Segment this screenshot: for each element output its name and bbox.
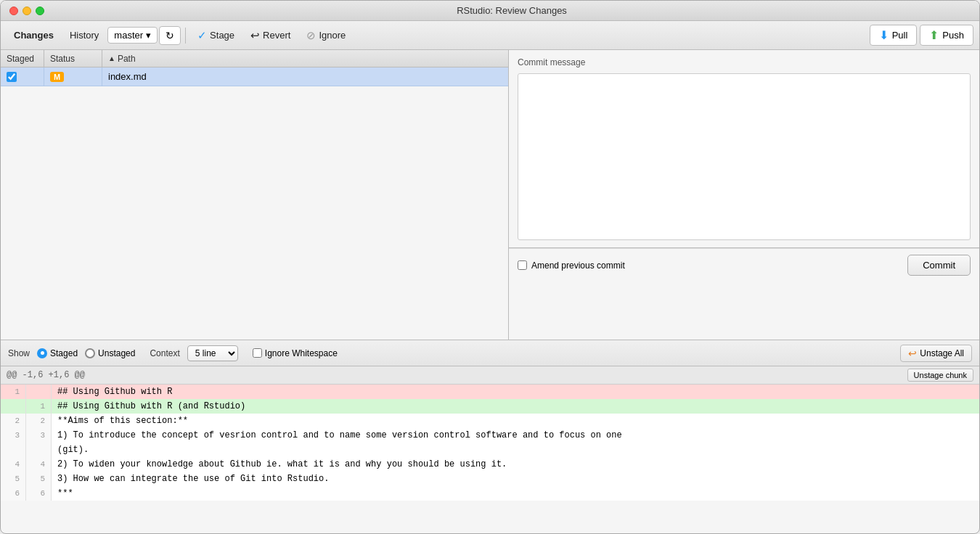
ignore-whitespace-label: Ignore Whitespace <box>265 348 338 358</box>
old-line-num: 4 <box>1 457 26 472</box>
history-tab[interactable]: History <box>62 27 106 44</box>
new-line-num: 4 <box>26 457 52 472</box>
unstage-all-button[interactable]: ↩ Unstage All <box>900 345 972 362</box>
window-title: RStudio: Review Changes <box>53 5 971 16</box>
diff-line-context-5: 5 5 3) How we can integrate the use of G… <box>1 472 979 486</box>
push-button[interactable]: ⬆ Push <box>920 25 973 46</box>
push-label: Push <box>942 30 964 41</box>
diff-toolbar: Show Staged Unstaged Context 5 line 1 li… <box>1 340 979 366</box>
line-numbers: 6 6 <box>1 486 52 501</box>
new-line-num <box>26 385 52 399</box>
diff-line-content: (git). <box>52 443 979 457</box>
file-path: index.md <box>108 71 147 82</box>
old-line-num: 2 <box>1 414 26 428</box>
diff-line-content: 1) To introduce the concept of vesrion c… <box>52 428 979 443</box>
diff-line-context-4: 4 4 2) To widen your knowledge about Git… <box>1 457 979 472</box>
unstaged-radio[interactable]: Unstaged <box>85 348 135 358</box>
line-numbers: 1 <box>1 399 52 414</box>
ignore-label: Ignore <box>319 30 346 41</box>
old-line-num <box>1 399 26 414</box>
new-line-num <box>26 443 52 457</box>
diff-line-content: 2) To widen your knowledge about Github … <box>52 457 979 472</box>
old-line-num: 6 <box>1 486 26 501</box>
diff-line-context-6: 6 6 *** <box>1 486 979 501</box>
table-row[interactable]: M index.md <box>1 67 508 86</box>
minimize-button[interactable] <box>23 7 31 15</box>
amend-area: Amend previous commit <box>518 260 625 271</box>
unstaged-radio-button[interactable] <box>85 348 95 358</box>
status-badge: M <box>50 72 64 82</box>
new-line-num: 2 <box>26 414 52 428</box>
maximize-button[interactable] <box>36 7 44 15</box>
push-icon: ⬆ <box>929 28 939 42</box>
unstage-chunk-button[interactable]: Unstage chunk <box>907 369 973 382</box>
branch-selector[interactable]: master ▾ <box>107 27 158 44</box>
sort-icon: ▲ <box>108 54 115 62</box>
pull-icon: ⬇ <box>879 28 889 42</box>
pull-label: Pull <box>892 30 908 41</box>
diff-line-content: **Aims of this section:** <box>52 414 979 428</box>
diff-line-content: ## Using Github with R (and Rstudio) <box>52 399 979 414</box>
pull-push-area: ⬇ Pull ⬆ Push <box>870 25 973 46</box>
chunk-header-text: @@ -1,6 +1,6 @@ <box>7 370 85 380</box>
status-cell: M <box>44 67 102 86</box>
ignore-button[interactable]: ⊘ Ignore <box>299 26 353 45</box>
diff-line-content: *** <box>52 486 979 501</box>
ignore-whitespace-option[interactable]: Ignore Whitespace <box>253 348 338 358</box>
unstage-all-label: Unstage All <box>920 348 964 358</box>
branch-label: master <box>114 30 143 41</box>
commit-message-label: Commit message <box>518 57 971 67</box>
refresh-button[interactable]: ↻ <box>159 26 181 45</box>
unstage-all-icon: ↩ <box>908 348 917 359</box>
diff-line-content: ## Using Github with R <box>52 385 979 399</box>
context-label: Context <box>150 348 179 358</box>
stage-label: Stage <box>210 30 234 41</box>
radio-inner <box>41 351 44 355</box>
path-column-header: ▲ Path <box>102 50 508 67</box>
new-line-num: 1 <box>26 399 52 414</box>
new-line-num: 5 <box>26 472 52 486</box>
revert-icon: ↩ <box>250 29 260 42</box>
titlebar: RStudio: Review Changes <box>1 1 979 21</box>
commit-message-input[interactable] <box>518 73 971 240</box>
diff-line-context-3: 3 3 1) To introduce the concept of vesri… <box>1 428 979 443</box>
pull-button[interactable]: ⬇ Pull <box>870 25 918 46</box>
line-numbers: 2 2 <box>1 414 52 428</box>
line-numbers <box>1 443 52 457</box>
context-select[interactable]: 5 line 1 line 3 line 10 line <box>187 345 238 361</box>
commit-panel: Commit message Amend previous commit Com… <box>509 50 979 340</box>
staged-column-header: Staged <box>1 50 44 67</box>
commit-footer: Amend previous commit Commit <box>509 248 979 282</box>
refresh-icon: ↻ <box>166 30 174 41</box>
diff-line-context-3b: (git). <box>1 443 979 457</box>
line-numbers: 3 3 <box>1 428 52 443</box>
commit-button[interactable]: Commit <box>907 255 971 276</box>
path-cell: index.md <box>102 67 508 86</box>
chevron-down-icon: ▾ <box>146 30 151 41</box>
amend-label: Amend previous commit <box>531 260 625 271</box>
line-numbers: 5 5 <box>1 472 52 486</box>
ignore-whitespace-checkbox[interactable] <box>253 348 262 358</box>
diff-line-context-2: 2 2 **Aims of this section:** <box>1 414 979 428</box>
traffic-lights <box>9 7 44 15</box>
ignore-icon: ⊘ <box>306 29 316 42</box>
staged-radio-button[interactable] <box>37 348 47 358</box>
stage-button[interactable]: ✓ Stage <box>190 26 242 45</box>
changes-tab[interactable]: Changes <box>7 27 61 44</box>
amend-checkbox[interactable] <box>518 260 527 270</box>
old-line-num: 1 <box>1 385 26 399</box>
check-icon: ✓ <box>197 29 207 42</box>
close-button[interactable] <box>9 7 18 15</box>
staged-cell[interactable] <box>1 67 44 86</box>
line-numbers: 1 <box>1 385 52 399</box>
diff-content: @@ -1,6 +1,6 @@ Unstage chunk 1 ## Using… <box>1 366 979 533</box>
staged-radio-label: Staged <box>50 348 78 358</box>
diff-line-removed-1: 1 ## Using Github with R <box>1 385 979 399</box>
unstaged-radio-label: Unstaged <box>98 348 135 358</box>
revert-button[interactable]: ↩ Revert <box>243 26 298 45</box>
new-line-num: 3 <box>26 428 52 443</box>
staged-radio[interactable]: Staged <box>37 348 78 358</box>
diff-line-content: 3) How we can integrate the use of Git i… <box>52 472 979 486</box>
file-table-header: Staged Status ▲ Path <box>1 50 508 67</box>
stage-checkbox[interactable] <box>7 72 17 82</box>
